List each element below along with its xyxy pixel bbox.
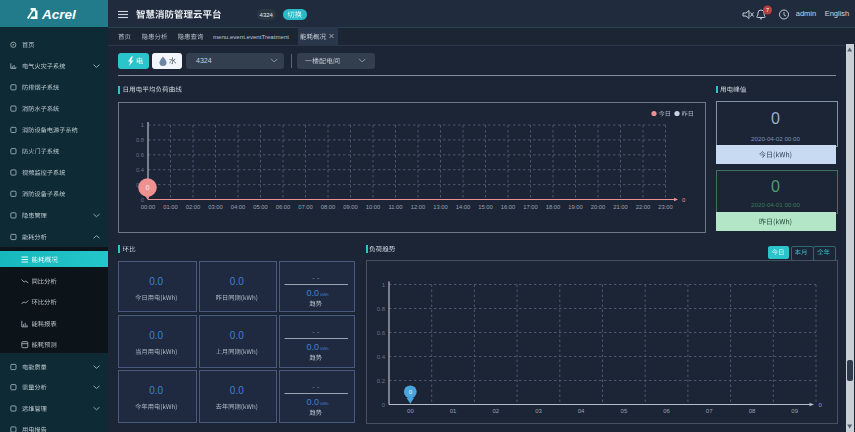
svg-text:menu.event.eventTreatment: menu.event.eventTreatment bbox=[213, 33, 289, 40]
svg-text:05:00: 05:00 bbox=[253, 204, 268, 210]
svg-text:0.0: 0.0 bbox=[307, 342, 320, 352]
svg-text:kWh: kWh bbox=[320, 292, 329, 297]
svg-text:0.8: 0.8 bbox=[377, 306, 386, 312]
svg-text:0: 0 bbox=[141, 197, 144, 203]
svg-text:12:00: 12:00 bbox=[411, 204, 426, 210]
svg-text:21:00: 21:00 bbox=[613, 204, 628, 210]
svg-text:16:00: 16:00 bbox=[501, 204, 516, 210]
svg-text:0.0: 0.0 bbox=[149, 276, 163, 287]
svg-text:08: 08 bbox=[749, 408, 756, 414]
svg-text:0.6: 0.6 bbox=[136, 152, 144, 158]
svg-text:07:00: 07:00 bbox=[298, 204, 313, 210]
svg-text:0.0: 0.0 bbox=[307, 397, 320, 407]
svg-text:4324: 4324 bbox=[196, 57, 212, 64]
svg-text:2020-04-01 00:00: 2020-04-01 00:00 bbox=[751, 201, 800, 208]
svg-text:05: 05 bbox=[621, 408, 628, 414]
svg-text:-: - bbox=[317, 383, 319, 390]
svg-text:18:00: 18:00 bbox=[546, 204, 561, 210]
svg-text:08:00: 08:00 bbox=[321, 204, 336, 210]
svg-text:00: 00 bbox=[407, 408, 414, 414]
svg-text:-: - bbox=[312, 328, 314, 335]
svg-text:0: 0 bbox=[771, 178, 780, 195]
svg-text:0.0: 0.0 bbox=[230, 330, 244, 341]
svg-text:-: - bbox=[312, 383, 314, 390]
svg-text:Acrel: Acrel bbox=[41, 7, 76, 22]
svg-text:04:00: 04:00 bbox=[231, 204, 246, 210]
svg-text:09: 09 bbox=[791, 408, 798, 414]
svg-text:17:00: 17:00 bbox=[523, 204, 538, 210]
svg-text:1: 1 bbox=[141, 122, 144, 128]
svg-text:04: 04 bbox=[578, 408, 585, 414]
svg-text:03:00: 03:00 bbox=[208, 204, 223, 210]
svg-text:-: - bbox=[317, 274, 319, 281]
svg-text:07: 07 bbox=[706, 408, 713, 414]
svg-text:14:00: 14:00 bbox=[456, 204, 471, 210]
svg-text:00:00: 00:00 bbox=[141, 204, 156, 210]
svg-text:kWh: kWh bbox=[320, 346, 329, 351]
svg-text:0.0: 0.0 bbox=[149, 330, 163, 341]
svg-text:19:00: 19:00 bbox=[568, 204, 583, 210]
svg-text:22:00: 22:00 bbox=[636, 204, 651, 210]
svg-text:0.8: 0.8 bbox=[136, 137, 144, 143]
svg-text:0.4: 0.4 bbox=[136, 167, 145, 173]
svg-text:09:00: 09:00 bbox=[343, 204, 358, 210]
svg-text:0: 0 bbox=[382, 402, 386, 408]
svg-text:0.2: 0.2 bbox=[377, 378, 386, 384]
svg-text:0.0: 0.0 bbox=[149, 385, 163, 396]
svg-text:01:00: 01:00 bbox=[163, 204, 178, 210]
svg-text:06: 06 bbox=[663, 408, 670, 414]
svg-text:0.4: 0.4 bbox=[377, 354, 386, 360]
svg-text:4324: 4324 bbox=[260, 12, 274, 18]
svg-text:02: 02 bbox=[492, 408, 499, 414]
svg-text:0.0: 0.0 bbox=[230, 385, 244, 396]
svg-text:0: 0 bbox=[146, 184, 150, 191]
svg-text:1: 1 bbox=[382, 282, 386, 288]
svg-text:-: - bbox=[317, 328, 319, 335]
svg-text:0.0: 0.0 bbox=[307, 288, 320, 298]
svg-text:06:00: 06:00 bbox=[276, 204, 291, 210]
svg-text:0: 0 bbox=[682, 197, 686, 203]
svg-text:-: - bbox=[312, 274, 314, 281]
svg-text:01: 01 bbox=[450, 408, 457, 414]
svg-text:02:00: 02:00 bbox=[186, 204, 201, 210]
svg-text:kWh: kWh bbox=[320, 401, 329, 406]
svg-text:0.6: 0.6 bbox=[377, 330, 386, 336]
svg-text:0: 0 bbox=[819, 402, 823, 408]
svg-text:English: English bbox=[825, 9, 850, 18]
svg-text:admin: admin bbox=[796, 9, 816, 18]
svg-text:0: 0 bbox=[771, 110, 780, 127]
svg-text:11:00: 11:00 bbox=[388, 204, 402, 210]
svg-text:13:00: 13:00 bbox=[433, 204, 448, 210]
svg-text:23:00: 23:00 bbox=[658, 204, 673, 210]
svg-text:7: 7 bbox=[766, 7, 769, 13]
svg-text:03: 03 bbox=[535, 408, 542, 414]
svg-text:0.0: 0.0 bbox=[230, 276, 244, 287]
svg-text:20:00: 20:00 bbox=[591, 204, 606, 210]
svg-text:10:00: 10:00 bbox=[366, 204, 381, 210]
svg-text:15:00: 15:00 bbox=[478, 204, 493, 210]
svg-text:2020-04-02 00:00: 2020-04-02 00:00 bbox=[751, 135, 800, 142]
